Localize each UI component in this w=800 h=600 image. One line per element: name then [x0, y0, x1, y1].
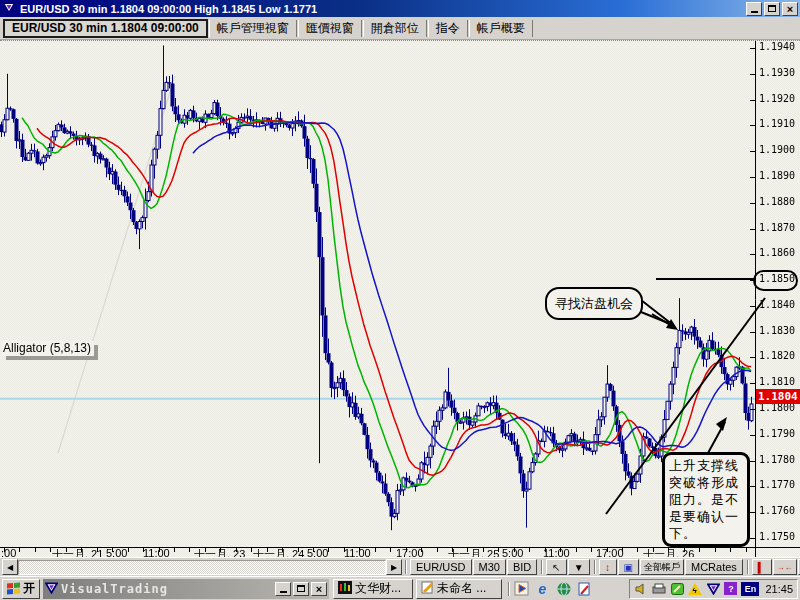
maximize-button[interactable]: [764, 2, 780, 16]
price-axis-label: 1.1920: [759, 93, 795, 104]
price-axis-label: 1.1870: [759, 222, 795, 233]
vt-restore-button[interactable]: [293, 582, 309, 596]
minimize-icon: [280, 591, 287, 593]
price-axis-label: 1.1760: [759, 505, 795, 516]
tab-bar: EUR/USD 30 min 1.1804 09:00:00帳戶管理視窗匯價視窗…: [0, 17, 800, 40]
restore-icon: [297, 585, 305, 592]
taskbar-button-label: 未命名 ...: [437, 580, 486, 597]
price-axis-label: 1.1790: [759, 428, 795, 439]
globe-icon[interactable]: [555, 580, 572, 597]
printer-icon[interactable]: [652, 582, 666, 595]
price-axis-label: 1.1880: [759, 196, 795, 207]
title-bar: EUR/USD 30 min 1.1804 09:00:00 High 1.18…: [0, 0, 800, 17]
rates-button[interactable]: MCRates: [685, 559, 743, 575]
taskbar-button-wenhua[interactable]: 文华财...: [333, 579, 413, 599]
price-axis: 1.19401.19301.19201.19101.19001.18901.18…: [756, 40, 800, 557]
indicator-label[interactable]: Alligator (5,8,13): [2, 341, 94, 356]
taskbar-button-label: 文华财...: [355, 580, 401, 597]
price-axis-label: 1.1750: [759, 531, 795, 542]
period-button[interactable]: M30: [473, 559, 506, 575]
close-icon: ×: [316, 584, 322, 594]
tray-clock: 21:45: [765, 583, 793, 595]
price-axis-label: 1.1840: [759, 299, 795, 310]
chart-arrows-button[interactable]: ↕: [599, 559, 617, 575]
taskbar-button-untitled[interactable]: 未命名 ...: [416, 579, 502, 599]
toolbar-divider: [594, 560, 596, 574]
tab-chart-window[interactable]: EUR/USD 30 min 1.1804 09:00:00: [3, 19, 208, 38]
support-note-text: 上升支撑线突破将形成阻力。是不是要确认一下。: [669, 458, 739, 541]
support-break-note[interactable]: 上升支撑线突破将形成阻力。是不是要确认一下。: [662, 452, 750, 547]
chart-toolbar: ◀▶EUR/USDM30BID↖▼↕▣全部帳戶MCRates▍→←↔Q: [0, 557, 800, 576]
sell-callout-text: 寻找沽盘机会: [555, 295, 633, 313]
price-axis-label: 1.1860: [759, 247, 795, 258]
price-axis-label: 1.1810: [759, 376, 795, 387]
windows-logo-icon: [7, 583, 20, 595]
media-player-icon[interactable]: [513, 580, 530, 597]
cursor-tool-button[interactable]: ↖: [546, 559, 566, 575]
vt-close-button[interactable]: ×: [311, 582, 327, 596]
tab-account-summary[interactable]: 帳戶概要: [469, 20, 533, 37]
start-button[interactable]: 开: [2, 579, 40, 599]
green-tool-icon[interactable]: [670, 582, 684, 595]
app-logo-icon: [2, 0, 16, 18]
price-axis-label: 1.1900: [759, 144, 795, 155]
chart-h-scrollbar[interactable]: [18, 560, 386, 575]
maximize-icon: [768, 5, 776, 12]
price-axis-label: 1.1930: [759, 67, 795, 78]
tab-account-management[interactable]: 帳戶管理視窗: [209, 20, 297, 37]
candlestick-app-icon: [338, 581, 352, 597]
tab-open-positions[interactable]: 開倉部位: [363, 20, 427, 37]
toolbar-divider: [541, 560, 543, 574]
scrollbar-left-button[interactable]: ◀: [2, 559, 18, 575]
accounts-button[interactable]: 全部帳戶: [640, 559, 684, 575]
price-axis-label: 1.1890: [759, 170, 795, 181]
symbol-button[interactable]: EUR/USD: [410, 559, 472, 575]
price-axis-label: 1.1910: [759, 118, 795, 129]
taskbar: 开 VisualTrading × 文华财... 未命名 ... e: [0, 576, 800, 600]
visualtrading-title: VisualTrading: [61, 582, 273, 596]
taskbar-divider: [508, 582, 510, 596]
visualtrading-logo-icon: [45, 580, 58, 598]
price-axis-label: 1.1770: [759, 479, 795, 490]
close-icon: ×: [787, 4, 793, 14]
window-title: EUR/USD 30 min 1.1804 09:00:00 High 1.18…: [20, 3, 317, 15]
vt-minimize-button[interactable]: [275, 582, 291, 596]
price-axis-label: 1.1780: [759, 454, 795, 465]
price-axis-label: 1.1830: [759, 325, 795, 336]
minimize-icon: [751, 11, 758, 13]
quote-type-button[interactable]: BID: [507, 559, 537, 575]
sell-opportunity-callout[interactable]: 寻找沽盘机会: [545, 287, 643, 320]
notepad-doc-icon: [421, 581, 434, 597]
price-axis-label: 1.1820: [759, 350, 795, 361]
app-window: { "window": { "title": "EUR/USD 30 min 1…: [0, 0, 800, 600]
visualtrading-window-bar[interactable]: VisualTrading ×: [43, 579, 329, 599]
start-label: 开: [23, 580, 35, 597]
candle-tool-button[interactable]: ▍: [752, 559, 772, 575]
merge-tool-button[interactable]: →←: [773, 559, 797, 575]
dropdown-button[interactable]: ▼: [568, 559, 590, 575]
volume-icon[interactable]: [634, 582, 648, 595]
minimize-button[interactable]: [746, 2, 762, 16]
language-indicator[interactable]: En: [741, 582, 759, 596]
close-button[interactable]: ×: [782, 2, 798, 16]
visualtrading-tray-icon[interactable]: [706, 582, 720, 595]
internet-explorer-icon[interactable]: e: [534, 580, 551, 597]
current-price-tag: 1.1804: [756, 389, 800, 404]
price-axis-label: 1.1940: [759, 41, 795, 52]
journal-icon[interactable]: [576, 580, 593, 597]
resistance-level-circle[interactable]: [753, 270, 798, 291]
scrollbar-right-button[interactable]: ▶: [386, 559, 402, 575]
help-icon[interactable]: ?: [724, 582, 737, 595]
system-tray: ϟ ? En 21:45: [629, 579, 798, 599]
tab-quote-window[interactable]: 匯價視窗: [298, 20, 362, 37]
grid-tool-button[interactable]: ▣: [618, 559, 639, 575]
alert-icon[interactable]: ϟ: [688, 582, 702, 595]
tab-orders[interactable]: 指令: [428, 20, 468, 37]
toolbar-divider: [747, 560, 749, 574]
